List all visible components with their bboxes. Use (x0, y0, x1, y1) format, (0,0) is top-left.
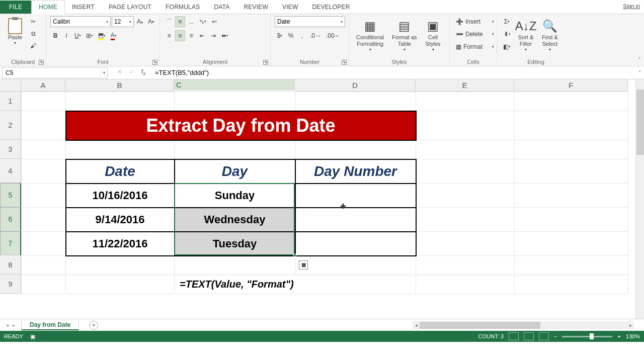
dialog-launcher-icon[interactable]: ⬊ (342, 60, 347, 65)
formula-input[interactable] (153, 69, 635, 76)
normal-view-button[interactable] (509, 332, 519, 340)
zoom-level[interactable]: 130% (626, 333, 640, 339)
macro-record-icon[interactable]: ▣ (30, 333, 35, 340)
align-right-button[interactable]: ≡ (186, 30, 196, 41)
align-left-button[interactable]: ≡ (164, 30, 174, 41)
tab-file[interactable]: FILE (0, 1, 31, 14)
col-header-d[interactable]: D (295, 79, 416, 92)
zoom-in-button[interactable]: + (617, 333, 620, 339)
enter-formula-button[interactable]: ✓ (127, 68, 136, 76)
page-layout-view-button[interactable] (524, 332, 534, 340)
formula-hint-cell[interactable]: =TEXT(Value, "Format") (175, 275, 416, 294)
row-header-4[interactable]: 4 (0, 159, 21, 183)
header-daynum[interactable]: Day Number (295, 159, 416, 184)
sheet-nav-first[interactable]: ◂ (6, 322, 9, 328)
tab-home[interactable]: HOME (31, 0, 65, 14)
sign-in-link[interactable]: Sign in (623, 3, 640, 9)
autofill-options-button[interactable]: ▦ (299, 260, 308, 269)
paste-button[interactable]: Paste▾ (4, 16, 26, 48)
font-color-button[interactable]: A▾ (109, 30, 119, 41)
row-header-6[interactable]: 6 (0, 207, 21, 231)
new-sheet-button[interactable]: + (89, 321, 98, 330)
row-header-7[interactable]: 7 (0, 231, 21, 255)
align-middle-button[interactable]: ≡ (175, 16, 185, 27)
italic-button[interactable]: I (61, 30, 71, 41)
font-size-select[interactable]: 12▾ (112, 16, 134, 27)
tab-view[interactable]: VIEW (275, 1, 305, 14)
align-center-button[interactable]: ≡ (175, 30, 185, 41)
align-bottom-button[interactable]: ⎵ (186, 16, 196, 27)
row-header-2[interactable]: 2 (0, 111, 21, 140)
fill-color-button[interactable]: ⬒▾ (96, 30, 108, 41)
name-box[interactable]: ▾ (2, 67, 108, 78)
cell-styles-button[interactable]: ▣Cell Styles▾ (422, 16, 444, 54)
worksheet-grid[interactable]: A B C D E F 1 2 3 4 5 6 7 8 9 Extract Da… (0, 79, 644, 319)
cell-d5[interactable] (295, 184, 416, 208)
insert-cells-button[interactable]: ➕ Insert ▾ (454, 16, 496, 27)
vertical-scrollbar[interactable] (635, 79, 644, 319)
tab-developer[interactable]: DEVELOPER (305, 1, 357, 14)
number-format-select[interactable]: Date▾ (275, 16, 345, 27)
sheet-tab-active[interactable]: Day from Date (21, 320, 79, 330)
dialog-launcher-icon[interactable]: ⬊ (263, 60, 268, 65)
cancel-formula-button[interactable]: ✕ (115, 68, 124, 76)
shrink-font-button[interactable]: A▾ (146, 16, 156, 27)
decrease-decimal-button[interactable]: .00← (324, 30, 343, 41)
collapse-ribbon-button[interactable]: ˄ (638, 57, 641, 64)
wrap-text-button[interactable]: ↩ (209, 16, 219, 27)
row-header-3[interactable]: 3 (0, 140, 21, 159)
autosum-button[interactable]: Σ▾ (501, 16, 513, 27)
expand-formula-bar-button[interactable]: ˅ (635, 70, 644, 75)
cell-d6[interactable] (295, 208, 416, 232)
dialog-launcher-icon[interactable]: ⬊ (152, 60, 157, 65)
decrease-indent-button[interactable]: ⇤ (197, 30, 207, 41)
comma-button[interactable]: , (297, 30, 307, 41)
fill-button[interactable]: ⬇▾ (501, 29, 513, 40)
row-header-5[interactable]: 5 (0, 183, 21, 207)
delete-cells-button[interactable]: ➖ Delete ▾ (454, 29, 496, 40)
increase-indent-button[interactable]: ⇥ (208, 30, 218, 41)
sheet-nav-next[interactable]: ▸ (13, 322, 15, 328)
cell-c7[interactable]: Tuesday (175, 232, 295, 256)
clear-button[interactable]: ◧▾ (501, 41, 513, 52)
row-header-8[interactable]: 8 (0, 255, 21, 275)
cell-c6[interactable]: Wednesday (175, 208, 295, 232)
conditional-formatting-button[interactable]: ▦Conditional Formatting▾ (353, 16, 387, 54)
merge-center-button[interactable]: ⬌▾ (219, 30, 230, 41)
cell-c5[interactable]: Sunday (175, 184, 295, 208)
percent-button[interactable]: % (286, 30, 296, 41)
title-cell[interactable]: Extract Day from Date (66, 111, 416, 140)
format-as-table-button[interactable]: ▤Format as Table▾ (389, 16, 420, 54)
find-select-button[interactable]: 🔍Find & Select▾ (539, 16, 561, 54)
col-header-c[interactable]: C (174, 79, 295, 90)
tab-page-layout[interactable]: PAGE LAYOUT (102, 1, 158, 14)
format-cells-button[interactable]: ▦ Format ▾ (454, 41, 496, 52)
tab-insert[interactable]: INSERT (65, 1, 102, 14)
chevron-down-icon[interactable]: ▾ (101, 68, 107, 78)
underline-button[interactable]: U▾ (72, 30, 83, 41)
cell-b7[interactable]: 11/22/2016 (66, 232, 175, 256)
cut-button[interactable]: ✂ (28, 16, 38, 27)
dialog-launcher-icon[interactable]: ⬊ (39, 60, 44, 65)
cells-table[interactable]: Extract Day from Date Date Day Day Numbe… (21, 92, 628, 294)
grow-font-button[interactable]: A▴ (135, 16, 145, 27)
format-painter-button[interactable]: 🖌 (28, 40, 38, 51)
cell-b6[interactable]: 9/14/2016 (66, 208, 175, 232)
tab-formulas[interactable]: FORMULAS (158, 1, 207, 14)
font-name-select[interactable]: Calibri▾ (50, 16, 111, 27)
name-box-input[interactable] (3, 69, 101, 76)
horizontal-scrollbar[interactable]: ◂▸ (413, 321, 634, 329)
col-header-e[interactable]: E (416, 79, 514, 92)
currency-button[interactable]: $▾ (275, 30, 285, 41)
cell-b5[interactable]: 10/16/2016 (66, 184, 175, 208)
col-header-f[interactable]: F (514, 79, 628, 92)
header-date[interactable]: Date (66, 159, 175, 184)
tab-data[interactable]: DATA (207, 1, 236, 14)
border-button[interactable]: ⊞▾ (84, 30, 95, 41)
col-header-b[interactable]: B (65, 79, 174, 92)
select-all-corner[interactable] (0, 79, 21, 92)
zoom-out-button[interactable]: − (554, 333, 557, 339)
fill-handle[interactable] (293, 254, 296, 257)
increase-decimal-button[interactable]: .0→ (308, 30, 323, 41)
align-top-button[interactable]: ⎴ (164, 16, 174, 27)
